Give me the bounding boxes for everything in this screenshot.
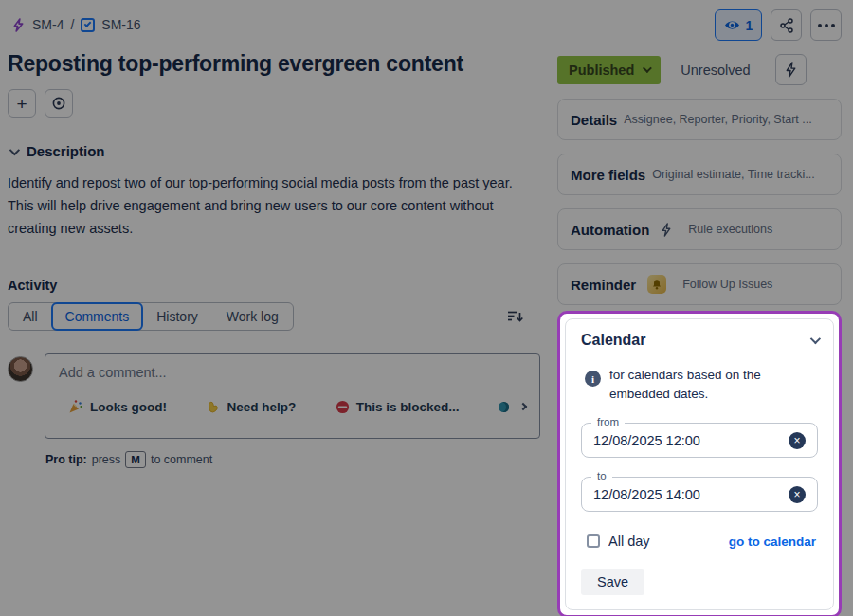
from-label: from <box>591 416 625 427</box>
calendar-panel: Calendar i for calendars based on the em… <box>565 318 834 610</box>
calendar-title: Calendar <box>581 332 645 349</box>
go-to-calendar-link[interactable]: go to calendar <box>729 534 816 549</box>
save-button[interactable]: Save <box>581 569 644 595</box>
from-value[interactable]: 12/08/2025 12:00 <box>593 433 789 448</box>
calendar-info-text: for calendars based on the embedded date… <box>609 366 780 404</box>
to-label: to <box>591 470 612 481</box>
chevron-down-icon[interactable] <box>810 334 821 344</box>
clear-from-button[interactable]: × <box>789 432 806 449</box>
to-field[interactable]: to 12/08/2025 14:00 × <box>581 477 818 512</box>
calendar-header[interactable]: Calendar <box>581 332 818 349</box>
calendar-spotlight: Calendar i for calendars based on the em… <box>557 311 842 616</box>
clear-to-button[interactable]: × <box>789 486 806 503</box>
from-field[interactable]: from 12/08/2025 12:00 × <box>581 423 818 458</box>
all-day-row: All day go to calendar <box>581 534 818 549</box>
calendar-info: i for calendars based on the embedded da… <box>581 366 818 404</box>
info-icon: i <box>585 371 601 387</box>
all-day-label: All day <box>608 534 650 549</box>
to-value[interactable]: 12/08/2025 14:00 <box>593 487 789 502</box>
all-day-checkbox[interactable] <box>587 534 600 548</box>
